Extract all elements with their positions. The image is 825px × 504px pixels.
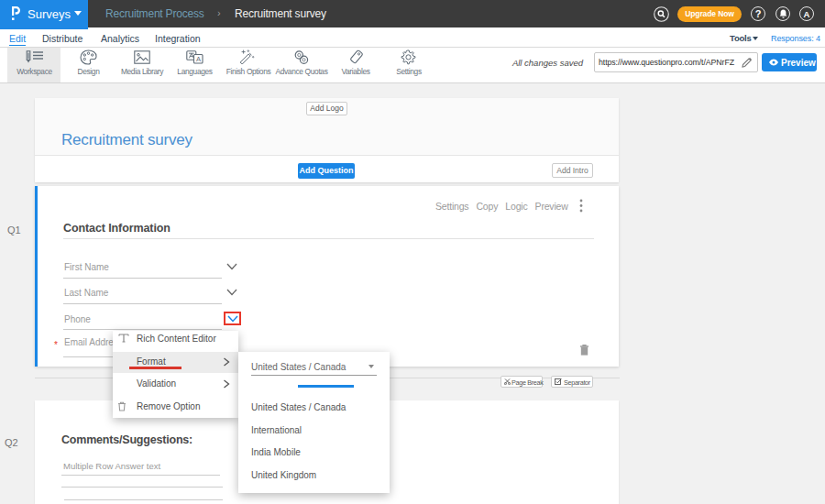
svg-text:A: A	[196, 55, 201, 63]
